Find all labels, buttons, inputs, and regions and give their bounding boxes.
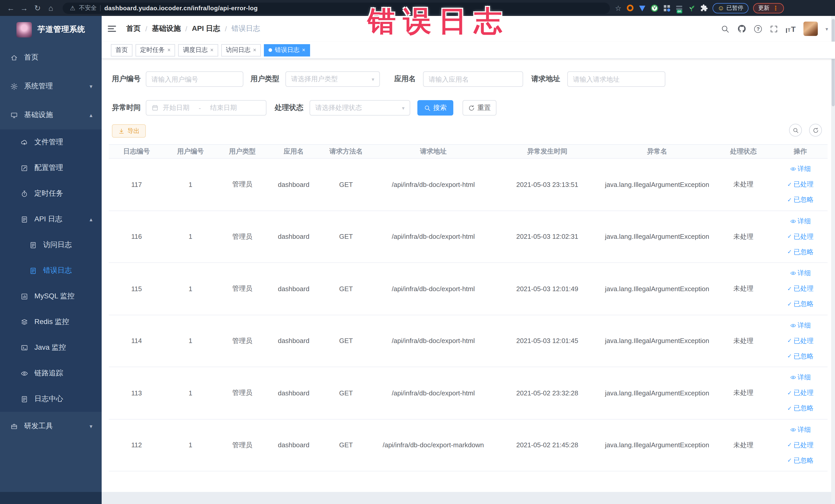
mark-processed-link[interactable]: ✓已处理 — [787, 388, 813, 398]
chart-icon — [21, 293, 28, 300]
cell-user-id: 1 — [164, 285, 217, 293]
process-status-select[interactable]: 请选择处理状态 ▾ — [309, 100, 410, 116]
extension-green-v-icon[interactable]: V — [651, 4, 658, 12]
page-scrollbar[interactable] — [831, 16, 835, 504]
detail-link[interactable]: 详细 — [790, 373, 811, 382]
address-bar[interactable]: ⚠ 不安全 dashboard.yudao.iocoder.cn/infra/l… — [63, 2, 610, 14]
cell-id: 115 — [109, 285, 164, 293]
refresh-table-button[interactable] — [809, 124, 822, 137]
mark-ignored-link[interactable]: ✓已忽略 — [787, 300, 813, 309]
detail-link[interactable]: 详细 — [790, 425, 811, 435]
mark-ignored-link[interactable]: ✓已忽略 — [787, 456, 813, 465]
help-icon[interactable]: ? — [754, 25, 762, 33]
sidebar-item-1[interactable]: 系统管理▾ — [0, 72, 102, 101]
close-icon[interactable]: × — [302, 47, 305, 53]
close-icon[interactable]: × — [253, 47, 257, 53]
detail-link[interactable]: 详细 — [790, 217, 811, 226]
extension-orange-icon[interactable] — [626, 4, 634, 12]
cell-exception: java.lang.IllegalArgumentException — [600, 389, 714, 397]
forward-icon[interactable]: → — [18, 1, 31, 15]
extensions-puzzle-icon[interactable] — [700, 4, 708, 12]
user-avatar[interactable] — [803, 22, 818, 36]
sidebar-item-8[interactable]: 错误日志 — [0, 258, 102, 283]
active-dot-icon — [269, 48, 272, 52]
mark-processed-link[interactable]: ✓已处理 — [787, 232, 813, 241]
sidebar-item-10[interactable]: Redis 监控 — [0, 309, 102, 335]
export-button[interactable]: 导出 — [112, 124, 146, 138]
close-icon[interactable]: × — [210, 47, 213, 53]
extension-sprout-icon[interactable] — [688, 4, 695, 12]
sidebar-item-2[interactable]: 基础设施▴ — [0, 101, 102, 129]
sidebar-item-3[interactable]: 文件管理 — [0, 129, 102, 155]
breadcrumb-item-0[interactable]: 首页 — [126, 24, 141, 33]
tab-0[interactable]: 首页 — [111, 44, 133, 56]
detail-link[interactable]: 详细 — [790, 165, 811, 174]
cell-operations: 详细✓已处理✓已忽略 — [773, 165, 828, 205]
mark-processed-link[interactable]: ✓已处理 — [787, 284, 813, 294]
user-id-input[interactable] — [146, 72, 243, 87]
sidebar-item-5[interactable]: 定时任务 — [0, 181, 102, 206]
sidebar-item-6[interactable]: API 日志▴ — [0, 206, 102, 232]
reset-button[interactable]: 重置 — [463, 100, 496, 116]
sidebar-item-11[interactable]: Java 监控 — [0, 335, 102, 361]
chrome-update-badge[interactable]: 更新 ⋮ — [753, 3, 784, 13]
app-logo-row[interactable]: 芋道管理系统 — [0, 16, 102, 43]
extension-on-icon[interactable]: on — [675, 4, 683, 12]
layers-icon — [21, 318, 28, 326]
cell-status: 未处理 — [714, 232, 773, 241]
show-search-toggle-button[interactable] — [789, 124, 802, 137]
fullscreen-icon[interactable] — [770, 24, 778, 33]
kebab-menu-icon[interactable]: ⋮ — [773, 4, 779, 12]
sidebar-item-4[interactable]: 配置管理 — [0, 155, 102, 181]
detail-link[interactable]: 详细 — [790, 321, 811, 330]
bookmark-star-icon[interactable]: ☆ — [615, 4, 622, 12]
sidebar-toggle-icon[interactable] — [108, 24, 118, 34]
reload-icon[interactable]: ↻ — [31, 1, 44, 15]
mark-ignored-link[interactable]: ✓已忽略 — [787, 352, 813, 361]
app-name-input[interactable] — [423, 72, 523, 87]
breadcrumb-item-1[interactable]: 基础设施 — [152, 24, 181, 33]
breadcrumb-separator: / — [225, 25, 227, 33]
user-type-select[interactable]: 请选择用户类型 ▾ — [285, 72, 380, 87]
github-icon[interactable] — [737, 24, 747, 33]
sidebar-item-0[interactable]: 首页 — [0, 43, 102, 72]
user-id-label: 用户编号 — [112, 75, 141, 84]
sidebar-item-12[interactable]: 链路追踪 — [0, 361, 102, 386]
cell-exception: java.lang.IllegalArgumentException — [600, 233, 714, 241]
home-icon[interactable]: ⌂ — [44, 1, 58, 15]
close-icon[interactable]: × — [167, 47, 171, 53]
breadcrumb-item-3: 错误日志 — [231, 24, 260, 33]
sidebar-item-14[interactable]: 研发工具▾ — [0, 412, 102, 441]
tab-4[interactable]: 错误日志× — [264, 44, 310, 56]
back-icon[interactable]: ← — [4, 1, 18, 15]
sidebar-item-13[interactable]: 日志中心 — [0, 386, 102, 412]
breadcrumb-item-2[interactable]: API 日志 — [192, 24, 220, 33]
sidebar-item-9[interactable]: MySQL 监控 — [0, 283, 102, 309]
mark-processed-link[interactable]: ✓已处理 — [787, 336, 813, 346]
exception-time-range-picker[interactable]: 开始日期 - 结束日期 — [146, 100, 266, 116]
detail-link[interactable]: 详细 — [790, 269, 811, 278]
tab-3[interactable]: 访问日志× — [221, 44, 261, 56]
tab-2[interactable]: 调度日志× — [178, 44, 218, 56]
mark-processed-link[interactable]: ✓已处理 — [787, 180, 813, 189]
profile-paused-badge[interactable]: ☺ 已暂停 — [712, 3, 749, 13]
eye-icon — [790, 375, 796, 381]
search-button[interactable]: 搜索 — [418, 100, 453, 116]
scrollbar-thumb[interactable] — [832, 19, 835, 106]
mark-processed-link[interactable]: ✓已处理 — [787, 441, 813, 450]
cell-url: /api/infra/db-doc/export-html — [373, 181, 494, 188]
extension-shield-icon[interactable] — [638, 4, 646, 12]
request-url-input[interactable] — [567, 72, 665, 87]
extension-grid-icon[interactable] — [663, 4, 671, 12]
sidebar-item-7[interactable]: 访问日志 — [0, 232, 102, 258]
exception-time-label: 异常时间 — [112, 103, 141, 113]
font-size-icon[interactable]: TT — [786, 25, 796, 33]
mark-ignored-link[interactable]: ✓已忽略 — [787, 404, 813, 413]
user-menu-caret-icon[interactable]: ▾ — [826, 26, 828, 32]
search-icon[interactable] — [721, 24, 730, 33]
profile-avatar-icon: ☺ — [717, 5, 725, 11]
tab-1[interactable]: 定时任务× — [136, 44, 175, 56]
mark-ignored-link[interactable]: ✓已忽略 — [787, 247, 813, 257]
browser-window: ← → ↻ ⌂ ⚠ 不安全 dashboard.yudao.iocoder.cn… — [0, 0, 835, 504]
mark-ignored-link[interactable]: ✓已忽略 — [787, 195, 813, 205]
